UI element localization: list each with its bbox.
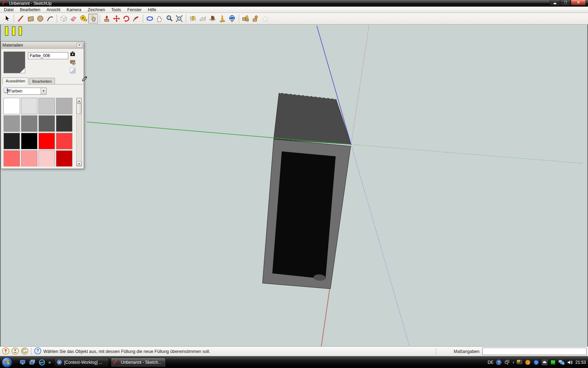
- tray-restore-icon[interactable]: [504, 360, 510, 366]
- show-desktop-icon[interactable]: [20, 359, 26, 365]
- offset-tool-icon[interactable]: [131, 14, 141, 23]
- swatch-color[interactable]: [56, 150, 72, 166]
- menu-bearbeiten[interactable]: Bearbeiten: [17, 7, 43, 13]
- yellow-bar-3[interactable]: [19, 27, 22, 35]
- swatch-color[interactable]: [21, 115, 37, 132]
- secondary-pane-icon[interactable]: [70, 51, 77, 58]
- materials-dialog-titlebar[interactable]: Materialien ✕: [1, 42, 84, 49]
- swatch-color[interactable]: [4, 133, 20, 149]
- rotate-tool-icon[interactable]: [121, 14, 131, 23]
- menu-ansicht[interactable]: Ansicht: [43, 7, 63, 13]
- help-icon[interactable]: ?: [34, 347, 41, 355]
- circle-tool-icon[interactable]: [35, 14, 45, 23]
- taskbar-button-contest-worklog[interactable]: [Contest-Worklog] ...: [54, 358, 109, 367]
- scroll-down-icon[interactable]: ▼: [77, 161, 82, 166]
- menu-zeichnen[interactable]: Zeichnen: [84, 7, 108, 13]
- chevron-down-icon[interactable]: ▼: [41, 88, 46, 94]
- collection-dropdown[interactable]: Farben ▼: [7, 88, 47, 95]
- credit-icon[interactable]: [21, 347, 28, 356]
- clock[interactable]: 21:53: [575, 360, 586, 365]
- geolocation-icon[interactable]: [2, 347, 9, 356]
- tray-messenger-icon[interactable]: 9: [525, 360, 531, 366]
- taskbar-button-sketchup[interactable]: Unbenannt - Sketch...: [111, 358, 166, 367]
- title-bar: Unbenannt - SketchUp ▃ ❐ ✕: [0, 0, 588, 7]
- menu-tools[interactable]: Tools: [108, 7, 124, 13]
- make-component-icon[interactable]: [59, 14, 69, 23]
- menu-hilfe[interactable]: Hilfe: [145, 7, 160, 13]
- orbit-tool-icon[interactable]: [145, 14, 155, 23]
- swatch-color[interactable]: [56, 115, 72, 132]
- swatch-color[interactable]: [4, 98, 20, 114]
- paint-bucket-icon[interactable]: [88, 14, 98, 23]
- swatch-color[interactable]: [4, 115, 20, 132]
- tray-cloud-icon[interactable]: [542, 360, 548, 366]
- swatch-color[interactable]: [38, 115, 55, 132]
- model-viewport[interactable]: Materialien ✕ Auswählen Bearbeiten: [0, 25, 588, 346]
- menu-bar: Datei Bearbeiten Ansicht Kamera Zeichnen…: [0, 7, 588, 13]
- switch-windows-icon[interactable]: [29, 359, 35, 365]
- minimize-button[interactable]: ▃: [550, 0, 560, 5]
- zoom-extents-icon[interactable]: [174, 14, 184, 23]
- internet-explorer-icon[interactable]: e: [39, 359, 45, 365]
- tray-monitor-badge-icon[interactable]: 99: [517, 360, 523, 366]
- swatch-color[interactable]: [21, 150, 37, 166]
- tab-bearbeiten[interactable]: Bearbeiten: [29, 78, 55, 84]
- language-indicator[interactable]: DE: [488, 360, 493, 365]
- tray-help-icon[interactable]: ?: [496, 360, 502, 366]
- claim-credit-icon[interactable]: [12, 347, 19, 356]
- menu-fenster[interactable]: Fenster: [124, 7, 145, 13]
- swatch-color[interactable]: [56, 98, 72, 114]
- measurement-input[interactable]: [482, 348, 587, 355]
- restore-button[interactable]: ❐: [560, 0, 570, 5]
- select-tool-icon[interactable]: [2, 14, 12, 23]
- tray-green-block-icon[interactable]: [550, 360, 556, 366]
- tape-measure-icon[interactable]: [78, 14, 88, 23]
- swatch-color[interactable]: [38, 98, 55, 114]
- arc-tool-icon[interactable]: [45, 14, 55, 23]
- menu-kamera[interactable]: Kamera: [63, 7, 84, 13]
- menu-datei[interactable]: Datei: [1, 7, 17, 13]
- toolbar-separator: [57, 14, 57, 23]
- swatch-color[interactable]: [21, 133, 37, 149]
- swatch-color[interactable]: [38, 150, 55, 166]
- box-top-face[interactable]: [274, 93, 351, 144]
- create-material-icon[interactable]: [70, 59, 77, 66]
- swatch-color[interactable]: [56, 133, 72, 149]
- get-models-icon[interactable]: [241, 14, 251, 23]
- swatch-scrollbar[interactable]: ▲ ▼: [76, 98, 82, 166]
- yellow-bar-1[interactable]: [5, 27, 8, 35]
- share-model-icon[interactable]: [251, 14, 260, 23]
- tray-volume-icon[interactable]: [567, 360, 573, 366]
- pan-tool-icon[interactable]: [155, 14, 164, 23]
- google-earth-icon[interactable]: [227, 14, 237, 23]
- tray-network-icon[interactable]: [559, 360, 565, 366]
- materials-close-icon[interactable]: ✕: [77, 43, 82, 48]
- tab-auswaehlen[interactable]: Auswählen: [2, 77, 28, 84]
- share-component-icon[interactable]: [260, 14, 270, 23]
- default-material-icon[interactable]: [70, 68, 77, 75]
- close-button[interactable]: ✕: [571, 0, 586, 5]
- scroll-up-icon[interactable]: ▲: [77, 98, 82, 103]
- quick-launch-overflow-icon[interactable]: »: [48, 360, 51, 365]
- material-name-input[interactable]: [28, 52, 68, 59]
- line-tool-icon[interactable]: [16, 14, 26, 23]
- move-tool-icon[interactable]: [112, 14, 121, 23]
- start-button[interactable]: [2, 357, 12, 368]
- push-pull-icon[interactable]: [102, 14, 112, 23]
- add-location-icon[interactable]: [188, 14, 198, 23]
- box-inset-panel[interactable]: [272, 151, 336, 279]
- yellow-bar-2[interactable]: [12, 27, 15, 35]
- materials-nav-row: Farben ▼: [3, 87, 82, 95]
- swatch-color[interactable]: [21, 98, 37, 114]
- tray-blue-ball-icon[interactable]: [533, 360, 539, 366]
- photo-textures-icon[interactable]: [208, 14, 217, 23]
- eraser-tool-icon[interactable]: [69, 14, 78, 23]
- swatch-color[interactable]: [4, 150, 20, 166]
- scroll-thumb[interactable]: [77, 103, 82, 114]
- rectangle-tool-icon[interactable]: [26, 14, 35, 23]
- toggle-terrain-icon[interactable]: [198, 14, 208, 23]
- swatch-color[interactable]: [38, 133, 55, 149]
- zoom-tool-icon[interactable]: [164, 14, 174, 23]
- tray-collapse-icon[interactable]: ‹: [513, 360, 514, 365]
- entity-figure-icon[interactable]: [217, 14, 227, 23]
